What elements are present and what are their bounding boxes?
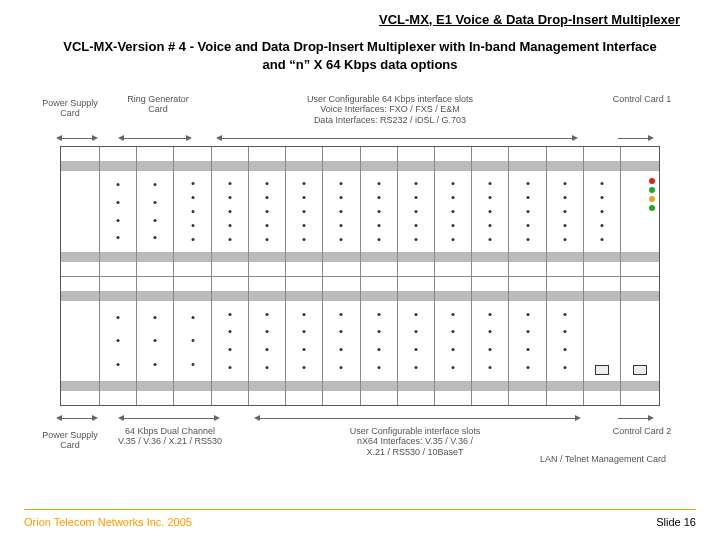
status-leds (649, 175, 655, 214)
mgmt-port-icon (633, 365, 647, 375)
slot-b-9 (509, 277, 546, 406)
arrow-psu-top (62, 138, 92, 139)
slot-psu-top (61, 147, 100, 276)
label-ring-generator: Ring Generator Card (118, 94, 198, 115)
arrow-ctrl1 (618, 138, 648, 139)
label-control-card-1: Control Card 1 (612, 94, 672, 104)
slot-io-9 (472, 147, 509, 276)
slot-io-2 (212, 147, 249, 276)
top-labels: Power Supply Card Ring Generator Card Us… (60, 94, 660, 146)
slot-b-6 (398, 277, 435, 406)
slot-b-8 (472, 277, 509, 406)
label-user-slots-top: User Configurable 64 Kbps interface slot… (240, 94, 540, 125)
page-header: VCL-MX, E1 Voice & Data Drop-Insert Mult… (379, 12, 680, 27)
bottom-labels: Power Supply Card 64 Kbps Dual Channel V… (60, 410, 660, 480)
shelf-bottom (61, 277, 659, 406)
arrow-user-top (222, 138, 572, 139)
label-psu-bottom: Power Supply Card (35, 430, 105, 451)
slot-b-3 (286, 277, 323, 406)
label-psu-top: Power Supply Card (35, 98, 105, 119)
label-control-card-2: Control Card 2 (612, 426, 672, 436)
slot-io-4 (286, 147, 323, 276)
arrow-ctrl2 (618, 418, 648, 419)
led-green-icon (649, 205, 655, 211)
slot-io-11 (547, 147, 584, 276)
slot-io-12 (584, 147, 621, 276)
slot-io-3 (249, 147, 286, 276)
slot-ring-b (137, 147, 174, 276)
label-user-slots-bottom: User Configurable interface slots nX64 I… (240, 426, 590, 457)
slot-b-4 (323, 277, 360, 406)
slot-io-8 (435, 147, 472, 276)
led-yellow-icon (649, 196, 655, 202)
slot-64k-b (137, 277, 174, 406)
slot-psu-bottom (61, 277, 100, 406)
label-lan-mgmt: LAN / Telnet Management Card (540, 454, 680, 464)
slot-64k-a (100, 277, 137, 406)
led-red-icon (649, 178, 655, 184)
footer-company: Orion Telecom Networks Inc. 2005 (24, 516, 192, 528)
led-green-icon (649, 187, 655, 193)
arrow-user-bottom (260, 418, 575, 419)
slot-b-5 (361, 277, 398, 406)
arrow-psu-bottom (62, 418, 92, 419)
slot-io-7 (398, 147, 435, 276)
slot-b-1 (212, 277, 249, 406)
label-64kbps-channel: 64 Kbps Dual Channel V.35 / V.36 / X.21 … (105, 426, 235, 447)
slot-b-10 (547, 277, 584, 406)
slot-control-2 (621, 277, 659, 406)
slot-io-1 (174, 147, 211, 276)
arrow-ring (124, 138, 186, 139)
slot-control-1 (621, 147, 659, 276)
slot-b-2 (249, 277, 286, 406)
slot-io-10 (509, 147, 546, 276)
shelf-top (61, 147, 659, 277)
chassis-diagram: Power Supply Card Ring Generator Card Us… (60, 94, 660, 480)
slot-ring-a (100, 147, 137, 276)
ethernet-port-icon (595, 365, 609, 375)
slot-io-6 (361, 147, 398, 276)
slot-io-5 (323, 147, 360, 276)
slot-lan-card (584, 277, 621, 406)
arrow-64k (124, 418, 214, 419)
slot-64k-c (174, 277, 211, 406)
footer-slide-number: Slide 16 (656, 516, 696, 528)
chassis (60, 146, 660, 406)
footer-divider (24, 509, 696, 510)
page-subtitle: VCL-MX-Version # 4 - Voice and Data Drop… (0, 38, 720, 74)
slot-b-7 (435, 277, 472, 406)
